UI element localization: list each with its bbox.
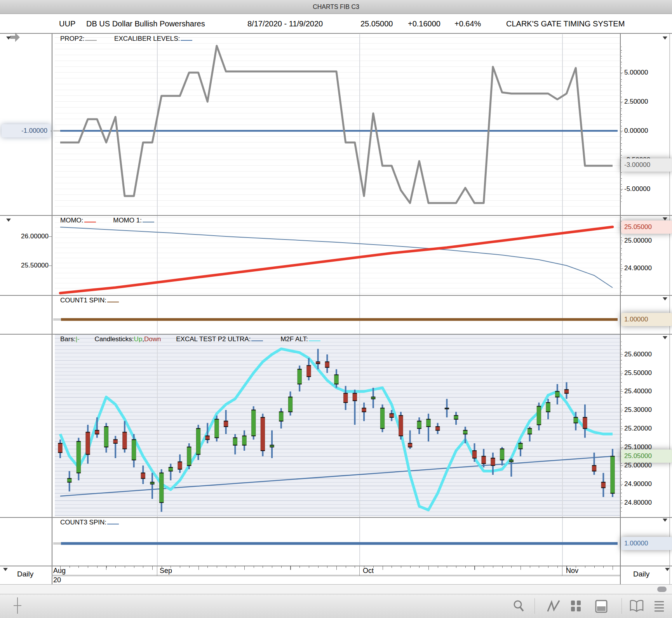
timeframe-right[interactable]: Daily <box>633 570 649 578</box>
trendline-icon[interactable] <box>547 600 560 612</box>
momo-label: MOMO: <box>60 217 84 224</box>
p4-ytick-label: 25.20000 <box>624 425 652 432</box>
bottom-toolbar <box>0 594 672 618</box>
p2-ytick-label: 25.00000 <box>624 237 652 245</box>
excaliber-label: EXCALIBER LEVELS: <box>114 35 180 42</box>
scrollbar-thumb[interactable] <box>657 587 667 592</box>
excal-test-label: EXCAL TEST P2 ULTRA: <box>176 335 251 343</box>
horizontal-scrollbar[interactable] <box>0 585 672 594</box>
p1-ytick-label: 0.00000 <box>624 127 648 135</box>
window-title: CHARTS FIB C3 <box>313 3 359 10</box>
m2f-alt-value-blank[interactable] <box>309 335 320 341</box>
daily-left-dropdown-icon[interactable] <box>3 568 8 571</box>
panel1-legend[interactable]: PROP2: EXCALIBER LEVELS: <box>60 35 195 43</box>
p1-ytick-label: -5.00000 <box>624 185 650 193</box>
panel3-right-dropdown-icon[interactable] <box>663 297 667 300</box>
window-titlebar[interactable]: CHARTS FIB C3 <box>0 0 672 14</box>
excal-test-value-blank[interactable] <box>251 335 263 341</box>
quote-header: UUP DB US Dollar Bullish Powershares 8/1… <box>0 14 672 34</box>
panel1-grid <box>55 37 620 212</box>
momo1-value-blank[interactable] <box>143 217 154 222</box>
bottom-panel-icon[interactable] <box>595 600 608 613</box>
p4-ytick-label: 25.30000 <box>624 406 652 414</box>
divider-p1-p2[interactable] <box>0 215 672 216</box>
month-label: Sep <box>160 567 172 575</box>
month-gridline <box>157 34 158 566</box>
p4-ytick-label: 25.40000 <box>624 387 652 395</box>
time-axis-months: AugSepOctNov <box>52 566 620 576</box>
chart-window: CHARTS FIB C3 UUP DB US Dollar Bullish P… <box>0 0 672 618</box>
symbol: UUP <box>59 19 75 28</box>
divider-header <box>0 33 672 34</box>
price-change: +0.16000 <box>408 19 440 28</box>
p4-ytick-label: 24.90000 <box>624 480 652 488</box>
p2-ytick-label: 26.00000 <box>0 233 49 240</box>
month-separator <box>562 566 562 576</box>
plot-left-border <box>52 33 52 584</box>
symbol-name: DB US Dollar Bullish Powershares <box>86 19 205 28</box>
divider-p4-p5[interactable] <box>0 517 672 518</box>
panel4-legend[interactable]: Bars:|- Candlesticks:Up,Down EXCAL TEST … <box>60 335 323 343</box>
p1-current-value-pill: -3.00000 <box>621 158 672 172</box>
grid-icon[interactable] <box>570 600 582 612</box>
axis-tick <box>49 266 52 266</box>
toolbar-separator <box>534 598 535 614</box>
price-current-value-pill: 25.05000 <box>621 450 672 463</box>
bars-style-glyph[interactable]: |- <box>76 335 80 343</box>
panel4-right-dropdown-icon[interactable] <box>663 336 667 339</box>
last-price: 25.05000 <box>360 19 393 28</box>
p4-axis-ticks <box>620 342 622 512</box>
timeframe-left[interactable]: Daily <box>17 570 33 578</box>
p1-ytick-label: 2.50000 <box>624 98 648 106</box>
count1-label: COUNT1 SPIN: <box>60 297 106 304</box>
m2f-alt-label: M2F ALT: <box>280 335 308 343</box>
system-name: CLARK'S GATE TIMING SYSTEM <box>506 19 625 28</box>
p4-ytick-label: 25.50000 <box>624 369 652 377</box>
month-label: Aug <box>53 567 66 575</box>
panel1-right-dropdown-icon[interactable] <box>663 36 667 40</box>
momo-current-value-pill: 25.05000 <box>621 220 672 234</box>
prop2-label: PROP2: <box>60 35 84 42</box>
month-separator <box>157 566 157 576</box>
p4-ytick-label: 25.60000 <box>624 351 652 358</box>
panel5-right-dropdown-icon[interactable] <box>663 519 667 522</box>
p1-axis-ticks <box>620 47 622 202</box>
plus-icon[interactable] <box>12 597 23 615</box>
panel5-legend[interactable]: COUNT3 SPIN: <box>60 519 121 526</box>
price-panel-background <box>55 335 620 516</box>
month-separator <box>359 566 360 576</box>
prop2-value-blank[interactable] <box>85 35 97 41</box>
search-icon[interactable] <box>513 600 524 612</box>
p1-ytick-label: 5.00000 <box>624 69 648 76</box>
panel2-left-dropdown-icon[interactable] <box>6 219 11 222</box>
toolbar-separator <box>622 598 622 614</box>
momo-value-blank[interactable] <box>84 217 96 222</box>
daily-right-dropdown-icon[interactable] <box>665 568 670 571</box>
book-icon[interactable] <box>629 600 644 612</box>
candles-up-label[interactable]: Up <box>134 335 143 343</box>
month-gridline <box>359 34 360 566</box>
month-gridline <box>562 34 563 566</box>
date-range: 8/17/2020 - 11/9/2020 <box>247 19 323 28</box>
menu-lines-icon[interactable] <box>653 600 665 612</box>
divider-p2-p3[interactable] <box>0 295 672 296</box>
count1-current-value-pill: 1.00000 <box>621 313 672 326</box>
price-change-pct: +0.64% <box>454 19 481 28</box>
excaliber-value-blank[interactable] <box>181 35 192 41</box>
count3-value-blank[interactable] <box>107 519 119 524</box>
bars-label: Bars: <box>60 335 76 343</box>
divider-p3-p4[interactable] <box>0 334 672 335</box>
count3-current-value-pill: 1.00000 <box>621 537 672 550</box>
right-strip-border <box>669 33 670 584</box>
panel1-left-dropdown-icon[interactable] <box>6 36 11 40</box>
month-label: Nov <box>566 567 578 575</box>
count1-value-blank[interactable] <box>107 297 119 302</box>
day-of-month-label: 20 <box>53 576 61 584</box>
p2-ytick-label: 25.50000 <box>0 262 49 269</box>
momo1-label: MOMO 1: <box>113 217 142 224</box>
candles-down-label[interactable]: Down <box>144 335 161 343</box>
panel2-legend[interactable]: MOMO: MOMO 1: <box>60 217 157 224</box>
panel2-right-dropdown-icon[interactable] <box>663 217 667 220</box>
p1-left-value-pill: -1.00000 <box>2 124 50 137</box>
panel3-legend[interactable]: COUNT1 SPIN: <box>60 297 121 304</box>
